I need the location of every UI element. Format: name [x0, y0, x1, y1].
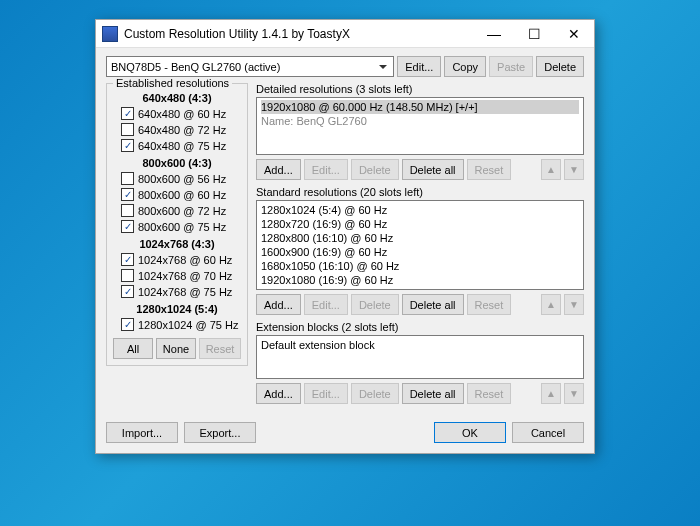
established-group: Established resolutions 640x480 (4:3)640…: [106, 83, 248, 366]
checkbox-icon[interactable]: [121, 318, 134, 331]
detailed-delete-button[interactable]: Delete: [351, 159, 399, 180]
checkbox-icon[interactable]: [121, 139, 134, 152]
monitor-paste-button[interactable]: Paste: [489, 56, 533, 77]
detailed-section: Detailed resolutions (3 slots left) 1920…: [256, 83, 584, 180]
export-button[interactable]: Export...: [184, 422, 256, 443]
est-resolution-row[interactable]: 1024x768 @ 70 Hz: [121, 268, 241, 283]
checkbox-icon[interactable]: [121, 253, 134, 266]
est-resolution-row[interactable]: 1024x768 @ 75 Hz: [121, 284, 241, 299]
est-resolution-row[interactable]: 800x600 @ 72 Hz: [121, 203, 241, 218]
est-reset-button[interactable]: Reset: [199, 338, 241, 359]
est-resolution-row[interactable]: 800x600 @ 56 Hz: [121, 171, 241, 186]
cancel-button[interactable]: Cancel: [512, 422, 584, 443]
import-button[interactable]: Import...: [106, 422, 178, 443]
monitor-select[interactable]: BNQ78D5 - BenQ GL2760 (active): [106, 56, 394, 77]
extension-edit-button[interactable]: Edit...: [304, 383, 348, 404]
standard-entry[interactable]: 1280x720 (16:9) @ 60 Hz: [261, 217, 579, 231]
est-resolution-row[interactable]: 640x480 @ 75 Hz: [121, 138, 241, 153]
est-resolution-label: 1024x768 @ 75 Hz: [138, 286, 232, 298]
est-group-header: 640x480 (4:3): [113, 92, 241, 104]
app-window: Custom Resolution Utility 1.4.1 by Toast…: [95, 19, 595, 454]
est-resolution-row[interactable]: 640x480 @ 72 Hz: [121, 122, 241, 137]
monitor-select-value: BNQ78D5 - BenQ GL2760 (active): [111, 61, 280, 73]
detailed-add-button[interactable]: Add...: [256, 159, 301, 180]
app-icon: [102, 26, 118, 42]
checkbox-icon[interactable]: [121, 107, 134, 120]
extension-add-button[interactable]: Add...: [256, 383, 301, 404]
titlebar: Custom Resolution Utility 1.4.1 by Toast…: [96, 20, 594, 48]
est-resolution-row[interactable]: 800x600 @ 75 Hz: [121, 219, 241, 234]
established-label: Established resolutions: [113, 77, 232, 89]
monitor-edit-button[interactable]: Edit...: [397, 56, 441, 77]
est-resolution-label: 640x480 @ 75 Hz: [138, 140, 226, 152]
est-resolution-label: 1024x768 @ 70 Hz: [138, 270, 232, 282]
est-all-button[interactable]: All: [113, 338, 153, 359]
extension-reset-button[interactable]: Reset: [467, 383, 512, 404]
est-resolution-row[interactable]: 1024x768 @ 60 Hz: [121, 252, 241, 267]
standard-section: Standard resolutions (20 slots left) 128…: [256, 186, 584, 315]
footer: Import... Export... OK Cancel: [96, 414, 594, 453]
est-resolution-row[interactable]: 800x600 @ 60 Hz: [121, 187, 241, 202]
monitor-delete-button[interactable]: Delete: [536, 56, 584, 77]
standard-edit-button[interactable]: Edit...: [304, 294, 348, 315]
extension-listbox[interactable]: Default extension block: [256, 335, 584, 379]
standard-listbox[interactable]: 1280x1024 (5:4) @ 60 Hz1280x720 (16:9) @…: [256, 200, 584, 290]
detailed-deleteall-button[interactable]: Delete all: [402, 159, 464, 180]
standard-up-button[interactable]: ▲: [541, 294, 561, 315]
est-resolution-label: 640x480 @ 72 Hz: [138, 124, 226, 136]
est-resolution-label: 800x600 @ 56 Hz: [138, 173, 226, 185]
minimize-button[interactable]: —: [474, 20, 514, 48]
standard-deleteall-button[interactable]: Delete all: [402, 294, 464, 315]
checkbox-icon[interactable]: [121, 220, 134, 233]
standard-reset-button[interactable]: Reset: [467, 294, 512, 315]
est-group-header: 1280x1024 (5:4): [113, 303, 241, 315]
detailed-name: Name: BenQ GL2760: [261, 114, 579, 128]
detailed-edit-button[interactable]: Edit...: [304, 159, 348, 180]
est-resolution-label: 1024x768 @ 60 Hz: [138, 254, 232, 266]
close-button[interactable]: ✕: [554, 20, 594, 48]
est-none-button[interactable]: None: [156, 338, 196, 359]
standard-entry[interactable]: 1280x800 (16:10) @ 60 Hz: [261, 231, 579, 245]
est-group-header: 1024x768 (4:3): [113, 238, 241, 250]
standard-delete-button[interactable]: Delete: [351, 294, 399, 315]
maximize-button[interactable]: ☐: [514, 20, 554, 48]
detailed-reset-button[interactable]: Reset: [467, 159, 512, 180]
detailed-label: Detailed resolutions (3 slots left): [256, 83, 584, 95]
detailed-listbox[interactable]: 1920x1080 @ 60.000 Hz (148.50 MHz) [+/+]…: [256, 97, 584, 155]
extension-section: Extension blocks (2 slots left) Default …: [256, 321, 584, 404]
standard-add-button[interactable]: Add...: [256, 294, 301, 315]
detailed-entry[interactable]: 1920x1080 @ 60.000 Hz (148.50 MHz) [+/+]: [261, 100, 579, 114]
standard-label: Standard resolutions (20 slots left): [256, 186, 584, 198]
est-resolution-label: 800x600 @ 75 Hz: [138, 221, 226, 233]
est-resolution-row[interactable]: 640x480 @ 60 Hz: [121, 106, 241, 121]
extension-down-button[interactable]: ▼: [564, 383, 584, 404]
extension-entry[interactable]: Default extension block: [261, 338, 579, 352]
extension-up-button[interactable]: ▲: [541, 383, 561, 404]
est-group-header: 800x600 (4:3): [113, 157, 241, 169]
extension-deleteall-button[interactable]: Delete all: [402, 383, 464, 404]
checkbox-icon[interactable]: [121, 172, 134, 185]
detailed-up-button[interactable]: ▲: [541, 159, 561, 180]
checkbox-icon[interactable]: [121, 204, 134, 217]
est-resolution-label: 800x600 @ 60 Hz: [138, 189, 226, 201]
est-resolution-label: 800x600 @ 72 Hz: [138, 205, 226, 217]
standard-entry[interactable]: 1280x1024 (5:4) @ 60 Hz: [261, 203, 579, 217]
extension-delete-button[interactable]: Delete: [351, 383, 399, 404]
est-resolution-row[interactable]: 1280x1024 @ 75 Hz: [121, 317, 241, 332]
checkbox-icon[interactable]: [121, 285, 134, 298]
standard-entry[interactable]: 1920x1080 (16:9) @ 60 Hz: [261, 273, 579, 287]
checkbox-icon[interactable]: [121, 188, 134, 201]
standard-entry[interactable]: 1680x1050 (16:10) @ 60 Hz: [261, 259, 579, 273]
checkbox-icon[interactable]: [121, 123, 134, 136]
detailed-down-button[interactable]: ▼: [564, 159, 584, 180]
extension-label: Extension blocks (2 slots left): [256, 321, 584, 333]
window-title: Custom Resolution Utility 1.4.1 by Toast…: [124, 27, 474, 41]
standard-down-button[interactable]: ▼: [564, 294, 584, 315]
est-resolution-label: 1280x1024 @ 75 Hz: [138, 319, 238, 331]
est-resolution-label: 640x480 @ 60 Hz: [138, 108, 226, 120]
monitor-copy-button[interactable]: Copy: [444, 56, 486, 77]
checkbox-icon[interactable]: [121, 269, 134, 282]
ok-button[interactable]: OK: [434, 422, 506, 443]
standard-entry[interactable]: 1600x900 (16:9) @ 60 Hz: [261, 245, 579, 259]
